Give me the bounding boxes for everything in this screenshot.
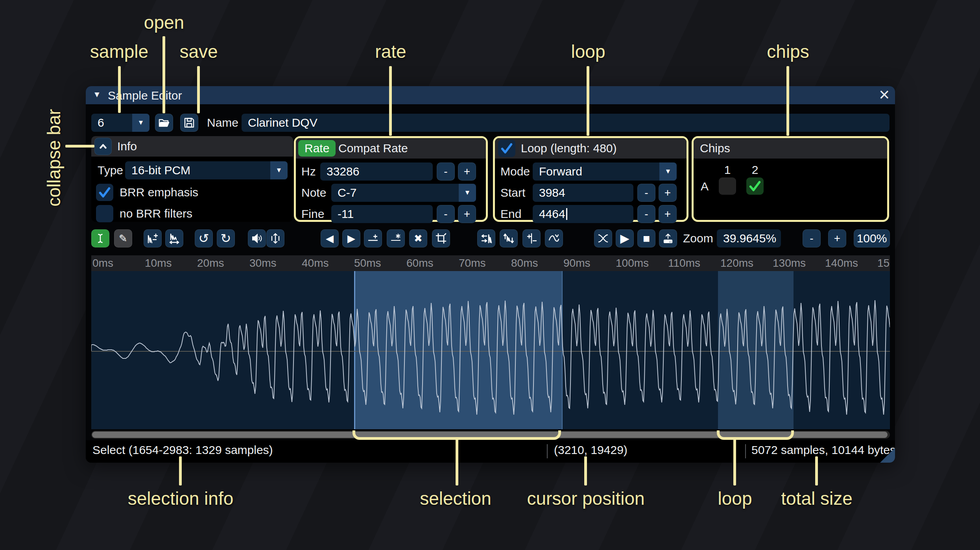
hz-minus-button[interactable]: - xyxy=(437,162,455,181)
redo-icon: ↻ xyxy=(221,232,231,245)
select-mode-button[interactable] xyxy=(91,229,109,247)
fine-plus-button[interactable]: + xyxy=(458,205,476,223)
annotation-collapse-bar: collapse bar xyxy=(43,96,65,207)
open-sample-button[interactable] xyxy=(155,114,173,132)
cross-curves-icon xyxy=(597,233,609,244)
note-select[interactable]: C-7 ▼ xyxy=(331,184,476,202)
loop-end-plus-button[interactable]: + xyxy=(659,205,677,223)
normalize-button[interactable] xyxy=(266,229,284,247)
annotation-open: open xyxy=(144,12,184,33)
fine-input[interactable]: -11 xyxy=(331,205,433,223)
loop-end-label: End xyxy=(500,205,521,223)
apply-silence-button[interactable] xyxy=(387,229,405,247)
check-icon xyxy=(499,141,514,156)
timeline-tick: 0ms xyxy=(92,257,113,269)
timeline-ruler: 0ms 10ms 20ms 30ms 40ms 50ms 60ms 70ms 8… xyxy=(91,255,890,271)
amplify-button[interactable] xyxy=(248,229,266,247)
draw-mode-button[interactable]: ✎ xyxy=(114,229,132,247)
timeline-tick: 50ms xyxy=(354,257,381,269)
loop-end-input[interactable]: 4464 xyxy=(533,205,633,223)
chip-a2-checkbox[interactable] xyxy=(746,177,764,195)
export-button[interactable] xyxy=(659,229,677,247)
rate-panel-header: Rate Compat Rate xyxy=(296,138,486,159)
zoom-label: Zoom xyxy=(683,229,713,247)
collapse-bar-button[interactable] xyxy=(94,138,112,155)
fade-in-button[interactable]: ◀ xyxy=(321,229,339,247)
chip-a1-checkbox[interactable] xyxy=(719,177,736,195)
timeline-tick: 70ms xyxy=(459,257,485,269)
redo-button[interactable]: ↻ xyxy=(217,229,235,247)
annotation-line-open xyxy=(162,36,165,113)
status-bar: Select (1654-2983: 1329 samples) (3210, … xyxy=(86,440,895,463)
annotation-line-total-size xyxy=(815,456,818,485)
undo-icon: ↺ xyxy=(199,232,209,245)
fade-out-button[interactable]: ▶ xyxy=(342,229,360,247)
invert-button[interactable] xyxy=(500,229,518,247)
loop-end-minus-button[interactable]: - xyxy=(637,205,655,223)
sample-name-input[interactable]: Clarinet DQV xyxy=(242,114,890,132)
hz-label: Hz xyxy=(301,162,316,181)
undo-button[interactable]: ↺ xyxy=(195,229,213,247)
waveform-display[interactable] xyxy=(91,271,890,429)
delete-button[interactable]: ✖ xyxy=(409,229,427,247)
zoom-reset-button[interactable]: 100% xyxy=(854,229,890,247)
loop-bracket xyxy=(717,430,794,440)
crossfade-button[interactable] xyxy=(594,229,612,247)
play-button[interactable]: ▶ xyxy=(616,229,634,247)
annotation-line-loop-bottom xyxy=(733,438,736,485)
info-panel: Info Type 16-bit PCM ▼ BRR emphasis no B… xyxy=(91,136,293,222)
annotation-line-rate xyxy=(389,66,392,136)
trim-button[interactable] xyxy=(432,229,450,247)
waveform-stretch-icon xyxy=(168,233,180,244)
resize-button[interactable] xyxy=(144,229,162,247)
timeline-tick: 130ms xyxy=(773,257,806,269)
zoom-input[interactable]: 39.9645% xyxy=(717,229,781,247)
chevron-down-icon[interactable]: ▼ xyxy=(459,184,476,202)
timeline-tick: 100ms xyxy=(616,257,649,269)
zoom-in-button[interactable]: + xyxy=(828,229,846,247)
zoom-out-button[interactable]: - xyxy=(803,229,821,247)
annotation-loop: loop xyxy=(571,41,605,62)
sign-convert-button[interactable] xyxy=(522,229,541,247)
no-brr-filters-checkbox[interactable] xyxy=(96,205,113,222)
rate-badge[interactable]: Rate xyxy=(298,140,336,157)
annotation-sample: sample xyxy=(90,41,148,62)
plus-minus-icon xyxy=(526,233,537,244)
resample-button[interactable] xyxy=(165,229,183,247)
loop-start-plus-button[interactable]: + xyxy=(659,184,677,202)
chevron-down-icon[interactable]: ▼ xyxy=(132,114,149,132)
loop-mode-select[interactable]: Forward ▼ xyxy=(533,162,677,181)
chevron-down-icon[interactable]: ▼ xyxy=(270,161,288,179)
rate-panel: Rate Compat Rate Hz 33286 - + Note C-7 ▼… xyxy=(294,136,488,222)
sample-type-select[interactable]: 16-bit PCM ▼ xyxy=(125,161,288,179)
hz-input[interactable]: 33286 xyxy=(320,162,433,181)
chevron-down-icon[interactable]: ▼ xyxy=(659,162,677,181)
stop-button[interactable]: ■ xyxy=(637,229,655,247)
timeline-tick: 80ms xyxy=(511,257,538,269)
hz-plus-button[interactable]: + xyxy=(458,162,476,181)
loop-start-minus-button[interactable]: - xyxy=(637,184,655,202)
sample-type-value: 16-bit PCM xyxy=(131,161,190,179)
save-sample-button[interactable] xyxy=(180,114,198,132)
filter-button[interactable] xyxy=(545,229,563,247)
brr-emphasis-checkbox[interactable] xyxy=(96,184,113,201)
annotation-line-collapse-bar xyxy=(65,145,94,148)
sample-number-select[interactable]: 6 ▼ xyxy=(91,114,149,132)
chips-panel: Chips 1 2 A xyxy=(692,136,889,222)
title-bar[interactable]: ▼ Sample Editor × xyxy=(86,86,895,104)
pencil-icon: ✎ xyxy=(119,233,127,244)
fine-minus-button[interactable]: - xyxy=(437,205,455,223)
note-value: C-7 xyxy=(338,184,356,202)
loop-enable-checkbox[interactable] xyxy=(498,140,515,157)
close-icon[interactable]: × xyxy=(879,86,890,105)
loop-start-input[interactable]: 3984 xyxy=(533,184,633,202)
timeline-tick: 90ms xyxy=(563,257,590,269)
insert-silence-button[interactable] xyxy=(364,229,382,247)
x-mark-icon: ✖ xyxy=(414,233,423,244)
flip-button[interactable] xyxy=(477,229,495,247)
status-cursor-position: (3210, 19429) xyxy=(554,443,627,457)
collapse-window-icon[interactable]: ▼ xyxy=(93,90,101,99)
timeline-tick: 20ms xyxy=(197,257,224,269)
waveform-trace xyxy=(91,271,890,429)
resize-grip[interactable] xyxy=(880,448,895,463)
